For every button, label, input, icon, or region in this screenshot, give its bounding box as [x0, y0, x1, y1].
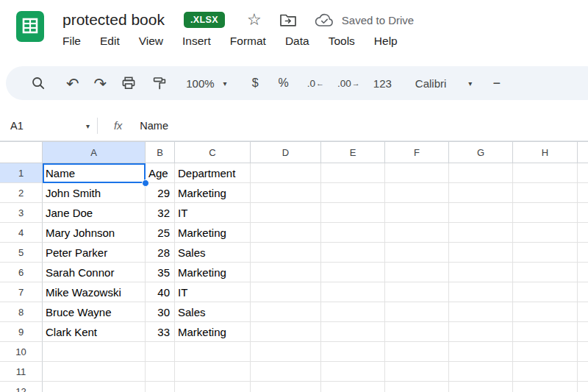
cell-E8[interactable]	[321, 302, 385, 322]
redo-icon[interactable]: ↷	[94, 76, 107, 91]
cell-G12[interactable]	[449, 382, 513, 392]
cell-D9[interactable]	[251, 322, 321, 342]
cell-B11[interactable]	[146, 362, 175, 382]
cell-B6[interactable]: 35	[146, 263, 175, 282]
cell-H9[interactable]	[513, 322, 578, 342]
cell-C4[interactable]: Marketing	[175, 223, 251, 243]
column-header-A[interactable]: A	[43, 142, 146, 163]
cell-B5[interactable]: 28	[146, 243, 175, 263]
cell-C10[interactable]	[175, 342, 251, 362]
increase-decimal-button[interactable]: .00→	[337, 78, 360, 89]
cell-D8[interactable]	[251, 302, 321, 322]
document-title[interactable]: protected book	[62, 11, 165, 29]
column-header-H[interactable]: H	[513, 142, 578, 163]
cell-B4[interactable]: 25	[146, 223, 175, 243]
cell-C8[interactable]: Sales	[175, 302, 251, 322]
cell-D1[interactable]	[251, 163, 321, 183]
cell-C3[interactable]: IT	[175, 203, 251, 223]
row-header-6[interactable]: 6	[0, 263, 43, 282]
cell-H1[interactable]	[513, 163, 578, 183]
cell-B10[interactable]	[146, 342, 175, 362]
column-header-D[interactable]: D	[251, 142, 321, 163]
menu-data[interactable]: Data	[285, 35, 309, 48]
cell-E2[interactable]	[321, 183, 385, 203]
cell-H11[interactable]	[513, 362, 578, 382]
cell-D5[interactable]	[251, 243, 321, 263]
cell-H2[interactable]	[513, 183, 578, 203]
menu-tools[interactable]: Tools	[329, 35, 355, 48]
row-header-5[interactable]: 5	[0, 243, 43, 263]
undo-icon[interactable]: ↶	[66, 76, 79, 91]
cell-D7[interactable]	[251, 282, 321, 302]
font-size-decrease-button[interactable]: −	[492, 76, 501, 91]
cell-B8[interactable]: 30	[146, 302, 175, 322]
cell-A11[interactable]	[43, 362, 146, 382]
search-icon[interactable]	[31, 76, 46, 90]
cell-A7[interactable]: Mike Wazowski	[43, 282, 146, 302]
cell-H3[interactable]	[513, 203, 578, 223]
cell-G2[interactable]	[449, 183, 513, 203]
cell-A6[interactable]: Sarah Connor	[43, 263, 146, 282]
column-header-F[interactable]: F	[385, 142, 449, 163]
menu-edit[interactable]: Edit	[100, 35, 120, 48]
cell-G5[interactable]	[449, 243, 513, 263]
percent-format-button[interactable]: %	[279, 76, 289, 90]
cell-H10[interactable]	[513, 342, 578, 362]
menu-insert[interactable]: Insert	[182, 35, 211, 48]
cell-D3[interactable]	[251, 203, 321, 223]
cell-A8[interactable]: Bruce Wayne	[43, 302, 146, 322]
cell-B3[interactable]: 32	[146, 203, 175, 223]
cell-G6[interactable]	[449, 263, 513, 282]
cell-E1[interactable]	[321, 163, 385, 183]
cell-F3[interactable]	[385, 203, 449, 223]
cell-H12[interactable]	[513, 382, 578, 392]
cell-D2[interactable]	[251, 183, 321, 203]
cell-F1[interactable]	[385, 163, 449, 183]
cell-F2[interactable]	[385, 183, 449, 203]
cell-C11[interactable]	[175, 362, 251, 382]
row-header-9[interactable]: 9	[0, 322, 43, 342]
cell-B7[interactable]: 40	[146, 282, 175, 302]
cell-A4[interactable]: Mary Johnson	[43, 223, 146, 243]
sheets-logo-icon[interactable]	[13, 10, 47, 46]
cell-A12[interactable]	[43, 382, 146, 392]
cell-F7[interactable]	[385, 282, 449, 302]
move-folder-icon[interactable]	[279, 13, 297, 27]
cell-E10[interactable]	[321, 342, 385, 362]
menu-format[interactable]: Format	[230, 35, 266, 48]
cell-E11[interactable]	[321, 362, 385, 382]
cell-C1[interactable]: Department	[175, 163, 251, 183]
cell-H6[interactable]	[513, 263, 578, 282]
select-all-corner[interactable]	[0, 142, 43, 163]
font-select[interactable]: Calibri ▾	[415, 77, 473, 90]
cell-A3[interactable]: Jane Doe	[43, 203, 146, 223]
cell-G1[interactable]	[449, 163, 513, 183]
cell-C9[interactable]: Marketing	[175, 322, 251, 342]
cell-C2[interactable]: Marketing	[175, 183, 251, 203]
row-header-4[interactable]: 4	[0, 223, 43, 243]
row-header-3[interactable]: 3	[0, 203, 43, 223]
name-box[interactable]: A1 ▾	[0, 120, 97, 132]
paint-format-icon[interactable]	[152, 76, 167, 90]
cell-G9[interactable]	[449, 322, 513, 342]
cell-G8[interactable]	[449, 302, 513, 322]
cell-B2[interactable]: 29	[146, 183, 175, 203]
cell-G10[interactable]	[449, 342, 513, 362]
menu-view[interactable]: View	[139, 35, 163, 48]
row-header-11[interactable]: 11	[0, 362, 43, 382]
cell-F9[interactable]	[385, 322, 449, 342]
row-header-8[interactable]: 8	[0, 302, 43, 322]
row-header-1[interactable]: 1	[0, 163, 43, 183]
cell-E3[interactable]	[321, 203, 385, 223]
cell-A1[interactable]: Name	[43, 163, 146, 183]
cell-F12[interactable]	[385, 382, 449, 392]
cell-D11[interactable]	[251, 362, 321, 382]
cell-D4[interactable]	[251, 223, 321, 243]
cell-G11[interactable]	[449, 362, 513, 382]
more-formats-button[interactable]: 123	[373, 77, 392, 90]
cell-E12[interactable]	[321, 382, 385, 392]
cell-F10[interactable]	[385, 342, 449, 362]
cell-G4[interactable]	[449, 223, 513, 243]
cell-E7[interactable]	[321, 282, 385, 302]
row-header-7[interactable]: 7	[0, 282, 43, 302]
